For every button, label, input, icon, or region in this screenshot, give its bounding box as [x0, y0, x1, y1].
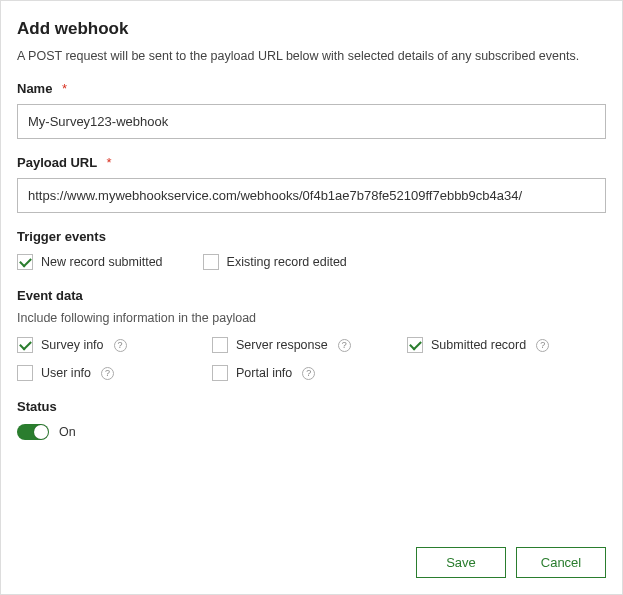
name-label: Name *	[17, 81, 606, 96]
trigger-events-label: Trigger events	[17, 229, 606, 244]
checkbox-icon	[17, 337, 33, 353]
page-description: A POST request will be sent to the paylo…	[17, 49, 606, 63]
trigger-events-row: New record submitted Existing record edi…	[17, 254, 606, 270]
status-label: Status	[17, 399, 606, 414]
payload-url-field-block: Payload URL *	[17, 155, 606, 213]
help-icon[interactable]: ?	[114, 339, 127, 352]
event-survey-info[interactable]: Survey info ?	[17, 337, 212, 353]
status-value-label: On	[59, 425, 76, 439]
event-data-section: Event data Include following information…	[17, 288, 606, 381]
trigger-events-section: Trigger events New record submitted Exis…	[17, 229, 606, 270]
help-icon[interactable]: ?	[338, 339, 351, 352]
checkbox-icon	[407, 337, 423, 353]
checkbox-icon	[212, 337, 228, 353]
event-server-response[interactable]: Server response ?	[212, 337, 407, 353]
trigger-existing-record[interactable]: Existing record edited	[203, 254, 347, 270]
help-icon[interactable]: ?	[302, 367, 315, 380]
event-submitted-record[interactable]: Submitted record ?	[407, 337, 602, 353]
event-data-subtext: Include following information in the pay…	[17, 311, 606, 325]
name-input[interactable]	[17, 104, 606, 139]
event-portal-info[interactable]: Portal info ?	[212, 365, 407, 381]
status-section: Status On	[17, 399, 606, 440]
event-data-label: Event data	[17, 288, 606, 303]
checkbox-icon	[212, 365, 228, 381]
help-icon[interactable]: ?	[101, 367, 114, 380]
page-title: Add webhook	[17, 19, 606, 39]
save-button[interactable]: Save	[416, 547, 506, 578]
checkbox-icon	[17, 254, 33, 270]
status-toggle-row: On	[17, 424, 606, 440]
checkbox-icon	[17, 365, 33, 381]
name-field-block: Name *	[17, 81, 606, 139]
event-user-info[interactable]: User info ?	[17, 365, 212, 381]
payload-url-input[interactable]	[17, 178, 606, 213]
payload-url-label: Payload URL *	[17, 155, 606, 170]
required-indicator: *	[107, 155, 112, 170]
required-indicator: *	[62, 81, 67, 96]
checkbox-icon	[203, 254, 219, 270]
dialog-footer: Save Cancel	[416, 547, 606, 578]
add-webhook-panel: Add webhook A POST request will be sent …	[0, 0, 623, 595]
cancel-button[interactable]: Cancel	[516, 547, 606, 578]
status-toggle[interactable]	[17, 424, 49, 440]
trigger-new-record[interactable]: New record submitted	[17, 254, 163, 270]
help-icon[interactable]: ?	[536, 339, 549, 352]
event-data-grid: Survey info ? Server response ? Submitte…	[17, 337, 606, 381]
